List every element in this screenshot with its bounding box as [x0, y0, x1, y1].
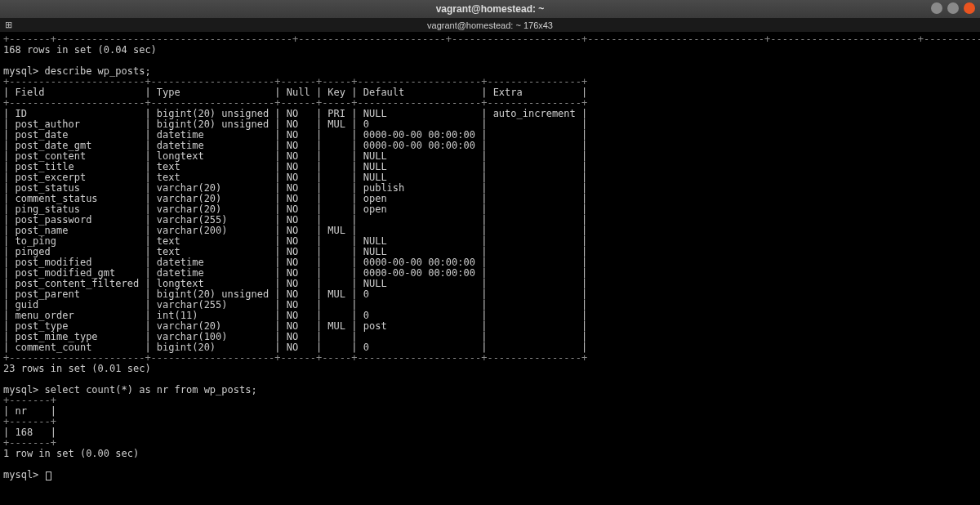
- terminal-dimensions-bar: ⊞ vagrant@homestead: ~ 176x43: [0, 18, 980, 33]
- minimize-icon[interactable]: [931, 2, 942, 14]
- maximize-icon[interactable]: [947, 2, 959, 14]
- window-controls: [931, 2, 975, 14]
- terminal-dimensions-label: vagrant@homestead: ~ 176x43: [427, 20, 553, 30]
- terminal-cursor: [46, 471, 51, 480]
- window-titlebar: vagrant@homestead: ~: [0, 0, 980, 18]
- window-title: vagrant@homestead: ~: [436, 3, 545, 15]
- terminal-output[interactable]: +-------+-------------------------------…: [0, 33, 980, 505]
- split-pane-icon[interactable]: ⊞: [5, 20, 12, 30]
- close-icon[interactable]: [964, 2, 975, 14]
